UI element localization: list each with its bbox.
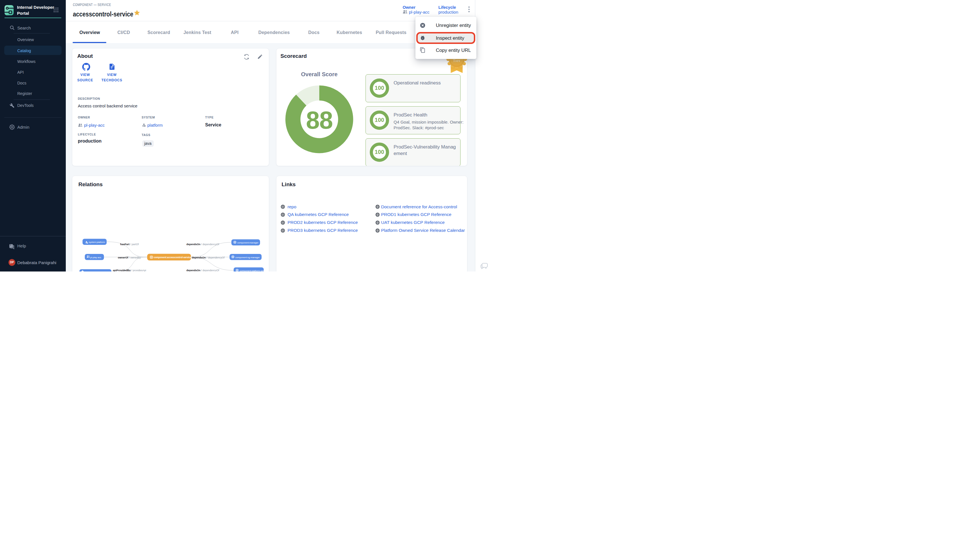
svg-text:system:platform: system:platform — [89, 241, 105, 243]
svg-text:component:ng-manager: component:ng-manager — [235, 256, 260, 259]
svg-text:api:accesscontrol-service: api:accesscontrol-service — [85, 272, 111, 272]
svg-text:component:manager: component:manager — [237, 241, 259, 244]
svg-text:apiProvidedBy / providesApi: apiProvidedBy / providesApi — [113, 269, 146, 272]
svg-text:ownerOf / ownedBy: ownerOf / ownedBy — [118, 256, 141, 259]
svg-text:hasPart / partOf: hasPart / partOf — [120, 243, 139, 246]
svg-text:dependsOn / dependencyOf: dependsOn / dependencyOf — [186, 243, 219, 246]
svg-text:component:platform-service: component:platform-service — [240, 270, 268, 272]
svg-text:component:accesscontrol-servic: component:accesscontrol-service — [154, 256, 191, 259]
svg-text:pl-play-acc: pl-play-acc — [90, 256, 101, 259]
svg-text:dependsOn / dependencyOf: dependsOn / dependencyOf — [192, 256, 224, 259]
svg-text:dependsOn / dependencyOf: dependsOn / dependencyOf — [186, 269, 219, 272]
svg-text:88: 88 — [306, 106, 332, 134]
